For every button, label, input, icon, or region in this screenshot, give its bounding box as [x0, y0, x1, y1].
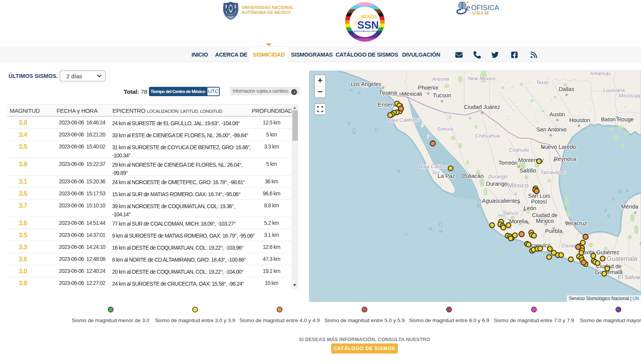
svg-text:Tijuana: Tijuana [378, 90, 397, 96]
svg-text:Ciudad Juárez: Ciudad Juárez [464, 104, 500, 110]
svg-text:AUTÓNOMA DE MÉXICO: AUTÓNOMA DE MÉXICO [242, 10, 291, 15]
svg-text:Guatemala: Guatemala [607, 255, 637, 262]
svg-text:Tamaulipas: Tamaulipas [540, 169, 566, 175]
svg-text:Louisiana: Louisiana [603, 87, 625, 93]
svg-text:MÉXICO: MÉXICO [361, 14, 377, 19]
svg-text:SSN: SSN [357, 19, 379, 31]
svg-text:Dallas: Dallas [559, 86, 574, 92]
svg-text:Potosí: Potosí [531, 198, 547, 205]
svg-text:Aguascalientes: Aguascalientes [482, 198, 520, 204]
svg-text:Jalisco: Jalisco [503, 210, 518, 216]
svg-text:Los Angeles: Los Angeles [351, 81, 381, 87]
svg-text:Phoenix: Phoenix [418, 85, 439, 91]
svg-text:Houston: Houston [569, 117, 590, 123]
svg-text:Mississippi: Mississippi [619, 93, 641, 98]
svg-text:Chihuahua: Chihuahua [475, 133, 500, 139]
svg-text:UNIVERSIDAD NACIONAL: UNIVERSIDAD NACIONAL [242, 5, 294, 10]
svg-text:UNAM: UNAM [472, 10, 489, 16]
svg-text:Torreón: Torreón [498, 160, 517, 166]
svg-text:Austin: Austin [549, 111, 565, 117]
svg-text:New Mexico: New Mexico [468, 76, 496, 81]
svg-text:Tucson: Tucson [433, 92, 451, 98]
svg-text:México: México [536, 218, 554, 224]
svg-text:San Antonio: San Antonio [536, 126, 567, 133]
svg-text:Arkansas: Arkansas [589, 71, 611, 76]
svg-text:Baja California: Baja California [387, 117, 422, 123]
svg-text:Nuevo Laredo: Nuevo Laredo [541, 144, 576, 150]
svg-text:San Luis: San Luis [528, 193, 550, 199]
svg-text:Veracruz: Veracruz [565, 220, 587, 226]
svg-text:Baton Rouge: Baton Rouge [601, 116, 634, 122]
svg-text:León: León [524, 205, 536, 211]
svg-text:Arizona: Arizona [432, 76, 449, 82]
svg-text:Tuxtla Gutiérrez: Tuxtla Gutiérrez [580, 249, 620, 255]
svg-text:Ciudad de: Ciudad de [532, 212, 558, 218]
svg-text:Coahuila: Coahuila [509, 147, 529, 153]
svg-text:La Paz: La Paz [437, 173, 455, 179]
svg-text:México: México [508, 182, 529, 189]
svg-text:Reynosa: Reynosa [554, 156, 576, 162]
svg-text:e: e [466, 2, 470, 12]
svg-text:Texas: Texas [536, 79, 549, 85]
svg-text:Sonora: Sonora [437, 126, 453, 132]
svg-text:Durango: Durango [488, 174, 508, 179]
svg-text:Puebla: Puebla [545, 228, 563, 234]
svg-text:Saltillo: Saltillo [520, 167, 536, 174]
svg-text:Mérida: Mérida [621, 204, 639, 210]
svg-text:Be: Be [639, 240, 641, 247]
svg-text:Durango: Durango [486, 181, 508, 187]
svg-text:SERVICIO SISMOLÓGICO NACIONAL: SERVICIO SISMOLÓGICO NACIONAL [354, 30, 379, 32]
svg-text:Mexicali: Mexicali [402, 91, 422, 97]
svg-text:Morelia: Morelia [509, 218, 528, 224]
